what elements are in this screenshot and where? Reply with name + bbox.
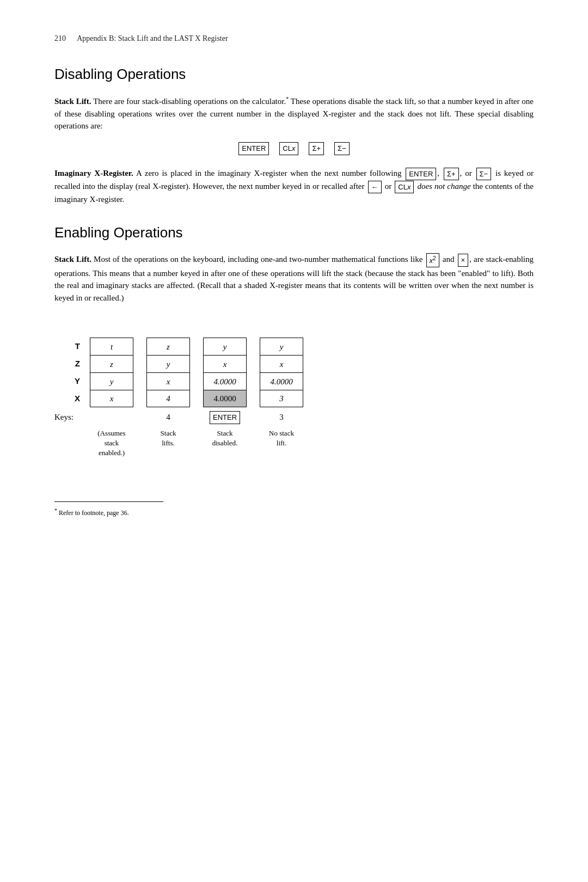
col1-Y: y [90,372,133,390]
section-enabling: Enabling Operations Stack Lift. Most of … [54,222,534,304]
key-enter-diagram: ENTER [210,411,240,424]
imaginary-x-bold: Imaginary X-Register. [54,169,133,177]
row-label-X: X [54,390,84,407]
col1-Z: z [90,355,133,372]
col4-T: y [260,338,303,355]
caption-4: No stacklift. [260,428,303,448]
col3-T: y [203,338,247,355]
section-enabling-heading: Enabling Operations [54,222,534,243]
key-sigma-plus-inline: Σ+ [444,168,459,181]
col2-Y: x [146,372,190,390]
keys-label: Keys: [54,411,84,424]
key-pos-3: ENTER [203,411,247,424]
caption-3: Stackdisabled. [203,428,247,448]
col3-Y: 4.0000 [203,372,247,390]
header-title: Appendix B: Stack Lift and the LAST X Re… [77,34,228,42]
key-pos-2: 4 [146,411,190,424]
footnote-ref: * [286,96,289,102]
stack-col-3: y x 4.0000 4.0000 [203,320,247,407]
disabling-keys-display: ENTER CLx Σ+ Σ− [54,142,534,155]
page-number: 210 [54,34,66,42]
col3-Z: x [203,355,247,372]
enabling-bold: Stack Lift. [54,255,91,264]
col4-Y: 4.0000 [260,372,303,390]
diagram-table: T Z Y X t z y x z y x 4 y x 4.0000 4.000… [54,320,303,407]
section-disabling: Disabling Operations Stack Lift. There a… [54,64,534,206]
caption-1: (Assumesstackenabled.) [90,428,133,458]
enabling-para: Stack Lift. Most of the operations on th… [54,253,534,304]
stack-lift-para: Stack Lift. There are four stack-disabli… [54,95,534,132]
key-clx: CLx [279,142,298,155]
stack-lift-text: There are four stack-disabling operation… [54,97,534,130]
footnote-marker: * [54,507,57,513]
col2-T: z [146,338,190,355]
row-label-Z: Z [54,355,84,372]
key-pos-4: 3 [260,411,303,424]
stack-col-1: t z y x [90,320,133,407]
key-enter-inline1: ENTER [406,168,436,181]
stack-col-2: z y x 4 [146,320,190,407]
stack-col-4: y x 4.0000 3 [260,320,303,407]
key-backspace-inline: ← [368,181,382,194]
or-text2: or [385,182,392,191]
key-x2: x2 [426,253,439,267]
col4-X: 3 [260,390,303,407]
key-times: × [458,254,469,267]
key-sigma-plus: Σ+ [309,142,324,155]
does-not-change-text: does not change [417,182,470,191]
key-sigma-minus-inline: Σ− [476,168,492,181]
imaginary-x-para: Imaginary X-Register. A zero is placed i… [54,167,534,206]
col2-Z: y [146,355,190,372]
caption-2: Stacklifts. [146,428,190,448]
footnote-text: Refer to footnote, page 36. [59,509,129,517]
key-sigma-minus: Σ− [334,142,350,155]
row-label-Y: Y [54,372,84,390]
col2-X: 4 [146,390,190,407]
stack-diagram: T Z Y X t z y x z y x 4 y x 4.0000 4.000… [54,320,534,458]
footnote-divider [54,501,163,502]
col4-Z: x [260,355,303,372]
stack-lift-bold: Stack Lift. [54,97,91,106]
key-enter: ENTER [238,142,269,155]
captions-row: (Assumesstackenabled.) Stacklifts. Stack… [54,428,303,458]
row-labels: T Z Y X [54,320,84,407]
footnote: * Refer to footnote, page 36. [54,506,534,518]
page-header: 210 Appendix B: Stack Lift and the LAST … [54,33,534,44]
keys-row: Keys: 4 ENTER 3 [54,411,303,424]
col1-T: t [90,338,133,355]
col1-X: x [90,390,133,407]
row-label-T: T [54,338,84,355]
key-clx-inline: CLx [395,181,414,194]
col3-X: 4.0000 [203,390,247,407]
section-disabling-heading: Disabling Operations [54,64,534,85]
or-text: or [465,169,472,177]
